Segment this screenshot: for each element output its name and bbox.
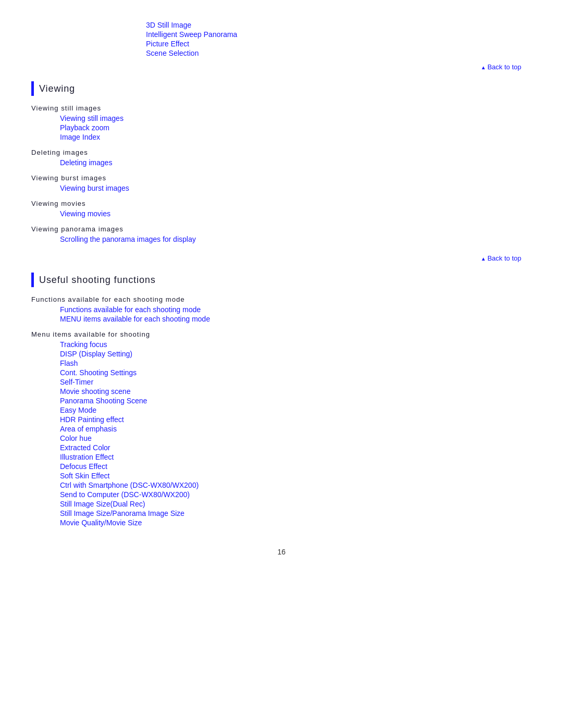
subsection-3: Viewing moviesViewing movies [31, 200, 532, 218]
subsection-link-1-10[interactable]: Color hue [60, 434, 532, 442]
subsection-link-0-0[interactable]: Functions available for each shooting mo… [60, 305, 532, 314]
viewing-section-bar [31, 81, 34, 96]
subsection-0: Functions available for each shooting mo… [31, 295, 532, 323]
subsection-link-1-12[interactable]: Illustration Effect [60, 453, 532, 461]
subsection-link-1-14[interactable]: Soft Skin Effect [60, 472, 532, 480]
subsection-link-1-9[interactable]: Area of emphasis [60, 425, 532, 433]
subsection-1: Menu items available for shootingTrackin… [31, 330, 532, 527]
subsection-link-3-0[interactable]: Viewing movies [60, 209, 532, 218]
subsection-link-1-17[interactable]: Still Image Size(Dual Rec) [60, 500, 532, 508]
subsection-title-0: Functions available for each shooting mo… [31, 295, 532, 303]
back-to-top-link-2[interactable]: Back to top [481, 254, 521, 262]
subsection-link-4-0[interactable]: Scrolling the panorama images for displa… [60, 235, 532, 243]
subsection-link-1-3[interactable]: Cont. Shooting Settings [60, 368, 532, 377]
subsection-links-1: Deleting images [60, 158, 532, 167]
viewing-section: Viewing Viewing still imagesViewing stil… [31, 81, 532, 243]
link-picture-effect[interactable]: Picture Effect [146, 40, 532, 48]
viewing-section-title: Viewing [39, 83, 75, 94]
subsection-link-0-1[interactable]: Playback zoom [60, 124, 532, 132]
page-number: 16 [31, 548, 532, 556]
subsection-links-0: Viewing still imagesPlayback zoomImage I… [60, 114, 532, 141]
subsection-link-0-1[interactable]: MENU items available for each shooting m… [60, 315, 532, 323]
subsection-title-4: Viewing panorama images [31, 225, 532, 233]
subsection-link-2-0[interactable]: Viewing burst images [60, 184, 532, 192]
useful-section-bar [31, 273, 34, 287]
useful-subsections: Functions available for each shooting mo… [31, 295, 532, 527]
subsection-title-2: Viewing burst images [31, 174, 532, 182]
subsection-links-0: Functions available for each shooting mo… [60, 305, 532, 323]
subsection-link-1-2[interactable]: Flash [60, 359, 532, 367]
subsection-4: Viewing panorama imagesScrolling the pan… [31, 225, 532, 243]
top-links-list: 3D Still ImageIntelligent Sweep Panorama… [146, 21, 532, 57]
subsection-link-1-16[interactable]: Send to Computer (DSC-WX80/WX200) [60, 490, 532, 499]
subsection-link-1-0[interactable]: Deleting images [60, 158, 532, 167]
subsection-1: Deleting imagesDeleting images [31, 149, 532, 167]
back-to-top-container-1: Back to top [31, 63, 521, 71]
subsection-link-1-1[interactable]: DISP (Display Setting) [60, 350, 532, 358]
subsection-link-1-7[interactable]: Easy Mode [60, 406, 532, 414]
back-to-top-container-2: Back to top [31, 254, 521, 262]
subsection-title-3: Viewing movies [31, 200, 532, 207]
link-scene-selection[interactable]: Scene Selection [146, 49, 532, 57]
subsection-link-0-0[interactable]: Viewing still images [60, 114, 532, 122]
subsection-links-1: Tracking focusDISP (Display Setting)Flas… [60, 340, 532, 527]
viewing-section-header: Viewing [31, 81, 532, 96]
subsection-link-0-2[interactable]: Image Index [60, 133, 532, 141]
top-links-section: 3D Still ImageIntelligent Sweep Panorama… [146, 21, 532, 57]
subsection-link-1-19[interactable]: Movie Quality/Movie Size [60, 519, 532, 527]
useful-section-title: Useful shooting functions [39, 275, 156, 286]
viewing-subsections: Viewing still imagesViewing still images… [31, 104, 532, 243]
subsection-title-1: Deleting images [31, 149, 532, 156]
useful-section-header: Useful shooting functions [31, 273, 532, 287]
subsection-link-1-0[interactable]: Tracking focus [60, 340, 532, 349]
subsection-link-1-4[interactable]: Self-Timer [60, 378, 532, 386]
subsection-links-2: Viewing burst images [60, 184, 532, 192]
subsection-0: Viewing still imagesViewing still images… [31, 104, 532, 141]
link-intelligent-sweep-panorama[interactable]: Intelligent Sweep Panorama [146, 30, 532, 39]
subsection-link-1-6[interactable]: Panorama Shooting Scene [60, 397, 532, 405]
subsection-title-0: Viewing still images [31, 104, 532, 112]
subsection-links-3: Viewing movies [60, 209, 532, 218]
subsection-link-1-15[interactable]: Ctrl with Smartphone (DSC-WX80/WX200) [60, 481, 532, 489]
link-3d-still-image[interactable]: 3D Still Image [146, 21, 532, 29]
subsection-2: Viewing burst imagesViewing burst images [31, 174, 532, 192]
subsection-link-1-11[interactable]: Extracted Color [60, 443, 532, 452]
subsection-links-4: Scrolling the panorama images for displa… [60, 235, 532, 243]
page-container: 3D Still ImageIntelligent Sweep Panorama… [0, 0, 563, 587]
back-to-top-link-1[interactable]: Back to top [481, 63, 521, 71]
subsection-title-1: Menu items available for shooting [31, 330, 532, 338]
subsection-link-1-8[interactable]: HDR Painting effect [60, 415, 532, 424]
subsection-link-1-13[interactable]: Defocus Effect [60, 462, 532, 471]
useful-section: Useful shooting functions Functions avai… [31, 273, 532, 527]
subsection-link-1-5[interactable]: Movie shooting scene [60, 387, 532, 396]
subsection-link-1-18[interactable]: Still Image Size/Panorama Image Size [60, 509, 532, 517]
